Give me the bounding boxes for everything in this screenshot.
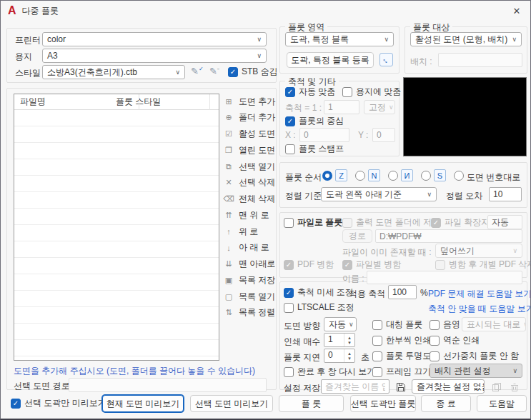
close-icon[interactable]: ✕ bbox=[503, 1, 530, 21]
stepper-arrows-icon[interactable] bbox=[344, 334, 354, 346]
open-drawings-button[interactable]: ❐열린 도면 bbox=[223, 143, 276, 157]
copies-stepper[interactable]: 1 bbox=[324, 333, 355, 347]
scale-help-link[interactable]: 축척 안 맞을 때 도움말 보기 bbox=[428, 303, 531, 315]
x-label: X : bbox=[285, 130, 296, 140]
active-drawing-icon: ☑ bbox=[223, 129, 234, 139]
pdf-merge-row: PDF 병합 bbox=[284, 259, 334, 270]
fine-scale-checkbox[interactable] bbox=[284, 288, 294, 298]
order-n-icon: N bbox=[368, 169, 380, 181]
order-by-number-label: 도면 번호대로 bbox=[467, 171, 520, 184]
add-drawing-button[interactable]: ⊞도면 추가 bbox=[223, 94, 276, 109]
active-drawing-button[interactable]: ☑활성 도면 bbox=[223, 127, 276, 141]
preview-current-button[interactable]: 현재 도면 미리보기 bbox=[102, 395, 184, 412]
stb-hide-checkbox[interactable] bbox=[228, 67, 238, 77]
plot-transparency-row: 플롯 투명도 bbox=[372, 351, 431, 361]
file-extension-row: 파일 확장자 : bbox=[431, 217, 495, 228]
order-s-radio[interactable] bbox=[421, 171, 431, 181]
register-block-button[interactable]: 도곽, 특정 블록 등록 bbox=[287, 52, 374, 68]
delete-all-button[interactable]: ⌫전체 삭제 bbox=[223, 192, 276, 206]
plot-range-combo[interactable]: 도곽, 특정 블록 bbox=[285, 32, 394, 46]
plot-center-checkbox[interactable] bbox=[285, 116, 295, 126]
no-lineweight-row: 선가중치 플롯 안 함 bbox=[430, 351, 519, 361]
pick-area-icon[interactable] bbox=[379, 53, 393, 66]
plot-stamp-checkbox[interactable] bbox=[285, 144, 295, 154]
pen-edit-icon[interactable]: ✎▫ bbox=[209, 66, 219, 76]
order-n-radio[interactable] bbox=[355, 171, 365, 181]
paper-combo[interactable]: A3 bbox=[42, 49, 267, 63]
exit-button[interactable]: 종 료 bbox=[421, 395, 471, 412]
orientation-label: 도면 방향 bbox=[284, 320, 320, 332]
order-s-icon: S bbox=[434, 169, 446, 181]
order-by-number-radio[interactable] bbox=[454, 171, 464, 181]
y-label: Y : bbox=[358, 130, 368, 140]
add-drawing-icon: ⊞ bbox=[223, 97, 234, 106]
merge-name-field bbox=[367, 271, 522, 284]
move-up-button[interactable]: ↑위 로 bbox=[223, 224, 276, 239]
copies-label: 인쇄 매수 bbox=[284, 336, 320, 348]
pen-check-icon[interactable]: ✎✓ bbox=[191, 66, 204, 76]
no-lineweight-checkbox[interactable] bbox=[430, 351, 440, 361]
save-settings-label: 설정 저장 bbox=[284, 382, 320, 394]
fit-to-paper-checkbox[interactable] bbox=[342, 87, 352, 97]
open-selection-button[interactable]: ⧉선택 열기 bbox=[223, 159, 276, 174]
plot-to-file-checkbox[interactable] bbox=[284, 218, 294, 228]
mirror-plot-checkbox[interactable] bbox=[372, 320, 382, 330]
apply-scale-field[interactable]: 100 bbox=[388, 285, 417, 299]
printer-combo[interactable]: color bbox=[42, 32, 267, 46]
preview-selected-button[interactable]: 선택 도면 미리보기 bbox=[190, 395, 273, 412]
tolerance-field[interactable]: 10 bbox=[489, 187, 522, 201]
plot-target-combo[interactable]: 활성된 도면 (모형, 배치) bbox=[410, 32, 522, 46]
reopen-window-checkbox[interactable] bbox=[284, 367, 294, 377]
frame-off-checkbox[interactable] bbox=[372, 367, 382, 377]
shade-checkbox[interactable] bbox=[430, 320, 440, 330]
sort-list-button[interactable]: ⇅목록 정렬 bbox=[223, 306, 276, 320]
y-field: 0 bbox=[372, 128, 395, 142]
plot-selected-button[interactable]: 선택 도곽만 플롯 bbox=[350, 395, 416, 412]
paper-label: 용지 bbox=[15, 51, 32, 63]
ltscale-row: LTSCALE 조정 bbox=[284, 302, 354, 313]
move-top-button[interactable]: ⇈맨 위 로 bbox=[223, 208, 276, 222]
sort-base-label: 정렬 기준 bbox=[285, 190, 322, 202]
move-bottom-button[interactable]: ⇊맨 아래로 bbox=[223, 257, 276, 271]
save-list-icon: ▣ bbox=[223, 276, 234, 285]
open-list-button[interactable]: ▢목록 열기 bbox=[223, 289, 276, 304]
move-down-icon: ↓ bbox=[223, 244, 234, 252]
save-favorite-icon[interactable] bbox=[394, 381, 407, 394]
save-list-button[interactable]: ▣목록 저장 bbox=[223, 273, 276, 287]
move-down-button[interactable]: ↓아 래 로 bbox=[223, 241, 276, 255]
frame-off-row: 프레임 끄기 bbox=[372, 366, 431, 377]
add-folder-button[interactable]: ⊕폴더 추가 bbox=[223, 111, 276, 125]
plot-style-combo[interactable]: 소방A3(건축흐리게).ctb bbox=[42, 65, 185, 79]
preview-selected-only-checkbox[interactable] bbox=[11, 399, 21, 409]
scale-mode-combo: 고정 bbox=[364, 100, 395, 114]
orientation-combo[interactable]: 자동 bbox=[324, 317, 357, 331]
order-z-radio[interactable] bbox=[322, 171, 332, 181]
selected-path-field bbox=[69, 378, 267, 392]
favorite-name-input[interactable] bbox=[321, 379, 389, 394]
file-exists-label: 파일이 이미 존재할 때 : bbox=[342, 246, 432, 259]
help-button[interactable]: 도움말 bbox=[477, 395, 527, 412]
collate-checkbox[interactable] bbox=[372, 336, 382, 346]
plot-button[interactable]: 플 롯 bbox=[279, 395, 344, 412]
reverse-print-checkbox[interactable] bbox=[430, 336, 440, 346]
pdf-help-link[interactable]: PDF 문제 해결 도움말 보기 bbox=[428, 288, 531, 300]
delete-selection-button[interactable]: ✕선택 삭제 bbox=[223, 176, 276, 190]
plot-transparency-checkbox[interactable] bbox=[372, 351, 382, 361]
sort-base-combo[interactable]: 도곽 왼쪽 아래 기준 bbox=[321, 187, 437, 201]
auto-fit-row: 자동 맞춤 bbox=[285, 86, 335, 97]
add-drawings-hint: 도면을 추가해 주십시오 (도면, 폴더를 끌어다 놓을 수 있습니다) bbox=[14, 365, 255, 377]
per-file-merge-row: 파일별 병합 bbox=[342, 259, 401, 270]
delay-stepper[interactable]: 0 bbox=[324, 349, 355, 363]
stepper-arrows-icon[interactable] bbox=[344, 349, 354, 362]
drawing-list-rows[interactable] bbox=[14, 110, 219, 360]
delay-label: 플롯 지연 bbox=[284, 351, 320, 364]
style-label: 스타일 bbox=[15, 67, 41, 79]
layout-settings-combo[interactable]: 배치 관련 설정 bbox=[430, 364, 522, 378]
title-bar: A 다중 플롯 bbox=[1, 1, 530, 21]
order-reverse-n-radio[interactable] bbox=[388, 171, 398, 181]
favorites-combo[interactable]: 즐겨찾는 설정 없음 bbox=[412, 379, 485, 394]
ltscale-checkbox[interactable] bbox=[284, 303, 294, 313]
auto-fit-checkbox[interactable] bbox=[285, 87, 295, 97]
seconds-label: 초 bbox=[361, 351, 369, 364]
drawing-list[interactable]: 파일명 플롯 스타일 bbox=[14, 94, 219, 361]
